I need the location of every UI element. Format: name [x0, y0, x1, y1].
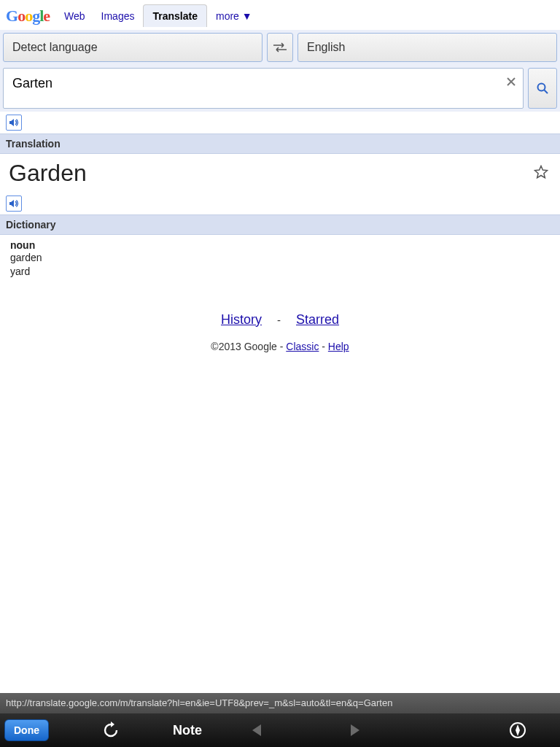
- swap-icon: [272, 42, 288, 53]
- translate-button[interactable]: [528, 68, 557, 109]
- close-icon: [507, 77, 516, 86]
- dictionary-body: noun garden yard: [0, 235, 560, 283]
- footer-separator: -: [277, 314, 281, 326]
- nav-more[interactable]: more ▼: [209, 6, 260, 26]
- svg-point-0: [538, 84, 545, 91]
- clear-input-button[interactable]: [499, 69, 523, 96]
- forward-button[interactable]: [349, 724, 361, 737]
- nav-web[interactable]: Web: [57, 6, 93, 26]
- refresh-icon: [102, 721, 120, 739]
- url-bar: http://translate.google.com/m/translate?…: [0, 693, 560, 713]
- target-listen-button[interactable]: [6, 196, 22, 212]
- done-button[interactable]: Done: [4, 719, 49, 741]
- starred-link[interactable]: Starred: [296, 312, 339, 327]
- speaker-icon: [9, 117, 19, 128]
- input-row: [0, 65, 560, 112]
- definition-item: yard: [10, 265, 550, 279]
- footer-links: History - Starred: [0, 312, 560, 328]
- search-icon: [536, 82, 549, 95]
- compass-icon: [509, 721, 526, 739]
- classic-link[interactable]: Classic: [286, 341, 319, 352]
- copyright-text: ©2013 Google -: [211, 341, 286, 352]
- forward-icon: [349, 724, 361, 737]
- source-language-select[interactable]: Detect language: [3, 33, 262, 62]
- part-of-speech: noun: [10, 239, 550, 251]
- history-link[interactable]: History: [221, 312, 262, 327]
- help-link[interactable]: Help: [328, 341, 349, 352]
- top-nav: Google Web Images Translate more ▼: [0, 0, 560, 30]
- back-button[interactable]: [251, 724, 262, 737]
- speaker-icon: [9, 198, 19, 209]
- nav-images[interactable]: Images: [94, 6, 142, 26]
- definition-item: garden: [10, 251, 550, 265]
- nav-translate-active[interactable]: Translate: [143, 4, 206, 27]
- swap-languages-button[interactable]: [267, 33, 293, 62]
- bottom-toolbar: Done Note: [0, 713, 560, 747]
- copyright-sep: -: [319, 341, 327, 352]
- note-label: Note: [173, 723, 202, 738]
- translation-row: Garden: [0, 154, 560, 193]
- source-text-input[interactable]: [4, 69, 499, 108]
- translation-section-header: Translation: [0, 133, 560, 154]
- star-icon: [534, 165, 548, 179]
- compass-button[interactable]: [509, 721, 526, 739]
- source-audio-row: [0, 112, 560, 133]
- dictionary-section-header: Dictionary: [0, 214, 560, 235]
- source-listen-button[interactable]: [6, 115, 22, 131]
- source-input-wrap: [3, 68, 524, 109]
- translation-text: Garden: [9, 160, 531, 187]
- language-bar: Detect language English: [0, 30, 560, 65]
- target-audio-row: [0, 193, 560, 214]
- star-button[interactable]: [531, 162, 551, 185]
- google-logo: Google: [6, 7, 50, 26]
- target-language-select[interactable]: English: [298, 33, 557, 62]
- copyright: ©2013 Google - Classic - Help: [0, 341, 560, 352]
- back-icon: [251, 724, 262, 737]
- refresh-button[interactable]: [102, 721, 120, 739]
